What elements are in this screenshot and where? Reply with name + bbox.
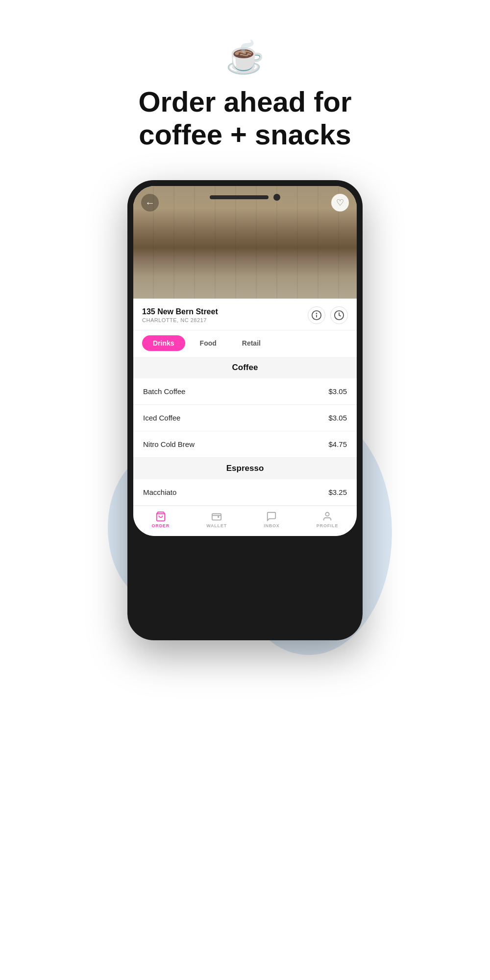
tab-retail[interactable]: Retail [231, 335, 271, 351]
item-name-nitro-cold-brew: Nitro Cold Brew [143, 440, 195, 448]
hours-button[interactable] [330, 306, 348, 324]
nav-item-inbox[interactable]: INBOX [264, 511, 280, 528]
order-icon [155, 511, 166, 522]
location-bar: 135 New Bern Street CHARLOTTE, NC 28217 [133, 299, 357, 330]
street-address: 135 New Bern Street [142, 307, 218, 316]
item-price-nitro-cold-brew: $4.75 [328, 440, 347, 448]
nav-item-profile[interactable]: PROFILE [317, 511, 339, 528]
menu-item-macchiato[interactable]: Macchiato $3.25 [133, 479, 357, 506]
wallet-icon [211, 511, 222, 522]
section-header-espresso: Espresso [133, 458, 357, 479]
phone-inner: ← ♡ 135 New Bern Street CHARLOTTE, NC 28… [133, 186, 357, 536]
tab-food[interactable]: Food [189, 335, 227, 351]
hero-title: Order ahead for coffee + snacks [98, 86, 392, 151]
location-action-icons [308, 306, 348, 324]
item-price-macchiato: $3.25 [328, 488, 347, 496]
menu-item-nitro-cold-brew[interactable]: Nitro Cold Brew $4.75 [133, 431, 357, 458]
location-text: 135 New Bern Street CHARLOTTE, NC 28217 [142, 307, 218, 323]
nav-label-order: ORDER [152, 523, 170, 528]
nav-label-profile: PROFILE [317, 523, 339, 528]
profile-icon [322, 511, 333, 522]
nav-label-inbox: INBOX [264, 523, 280, 528]
cafe-hero-image: ← ♡ [133, 186, 357, 299]
tab-drinks[interactable]: Drinks [142, 335, 185, 351]
category-tabs: Drinks Food Retail [133, 330, 357, 357]
hero-section: ☕ Order ahead for coffee + snacks [98, 0, 392, 170]
nav-item-wallet[interactable]: WALLET [206, 511, 227, 528]
menu-scroll: Coffee Batch Coffee $3.05 Iced Coffee $3… [133, 357, 357, 506]
item-price-iced-coffee: $3.05 [328, 414, 347, 422]
item-name-batch-coffee: Batch Coffee [143, 387, 185, 396]
phone-top-bar [210, 194, 280, 201]
coffee-icon: ☕ [225, 39, 265, 76]
nav-item-order[interactable]: ORDER [152, 511, 170, 528]
city-address: CHARLOTTE, NC 28217 [142, 317, 218, 323]
menu-item-batch-coffee[interactable]: Batch Coffee $3.05 [133, 378, 357, 405]
info-button[interactable] [308, 306, 325, 324]
menu-item-iced-coffee[interactable]: Iced Coffee $3.05 [133, 405, 357, 431]
phone-mockup: ← ♡ 135 New Bern Street CHARLOTTE, NC 28… [127, 180, 363, 640]
bottom-nav: ORDER WALLET INBOX [133, 506, 357, 536]
phone-speaker [210, 195, 269, 199]
inbox-icon [266, 511, 277, 522]
section-header-coffee: Coffee [133, 357, 357, 378]
item-price-batch-coffee: $3.05 [328, 387, 347, 396]
item-name-iced-coffee: Iced Coffee [143, 414, 180, 422]
phone-camera [273, 194, 280, 201]
svg-rect-5 [212, 514, 221, 520]
item-name-macchiato: Macchiato [143, 488, 176, 496]
nav-label-wallet: WALLET [206, 523, 227, 528]
svg-point-6 [325, 513, 329, 516]
phone-frame: ← ♡ 135 New Bern Street CHARLOTTE, NC 28… [127, 180, 363, 640]
image-overlay [133, 186, 357, 299]
